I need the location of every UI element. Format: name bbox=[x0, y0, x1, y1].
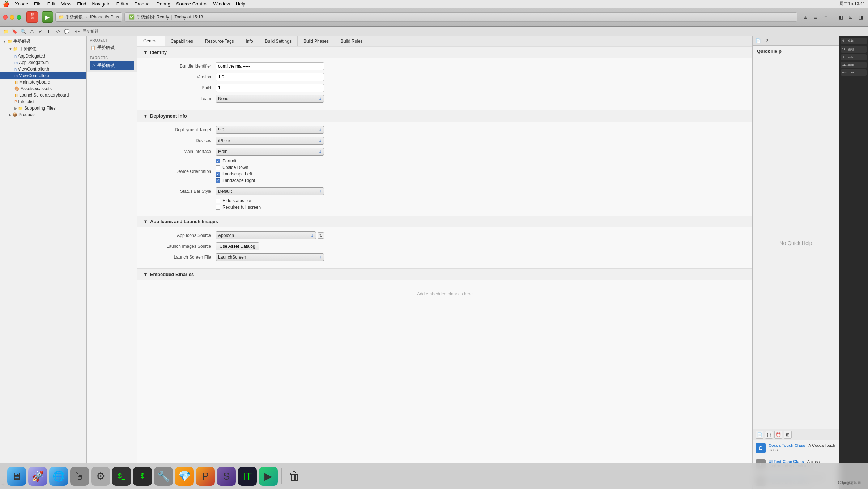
apple-menu[interactable]: 🍎 bbox=[3, 1, 9, 7]
upside-down-checkbox[interactable] bbox=[216, 165, 220, 170]
list-item[interactable]: ◧ Main.storyboard bbox=[0, 79, 86, 85]
scheme-selector[interactable]: 📁 手势解锁 › iPhone 6s Plus bbox=[55, 12, 122, 22]
launch-file-selector[interactable]: LaunchScreen ⬇ bbox=[216, 253, 324, 261]
menu-source-control[interactable]: Source Control bbox=[176, 1, 208, 7]
menu-file[interactable]: File bbox=[34, 1, 42, 7]
launch-source-field[interactable]: Use Asset Catalog bbox=[216, 242, 324, 250]
identity-section-header[interactable]: ▼ Identity bbox=[137, 46, 752, 58]
inspector-tab-settings[interactable]: ⊞ bbox=[784, 431, 792, 439]
interface-selector[interactable]: Main ⬇ bbox=[216, 148, 324, 156]
menu-editor[interactable]: Editor bbox=[116, 1, 129, 7]
team-dropdown[interactable]: None ⬇ bbox=[216, 95, 324, 103]
use-asset-catalog-button[interactable]: Use Asset Catalog bbox=[216, 242, 259, 250]
build-input[interactable] bbox=[216, 84, 324, 92]
menu-find[interactable]: Find bbox=[77, 1, 86, 7]
menu-edit[interactable]: Edit bbox=[47, 1, 55, 7]
icons-section-header[interactable]: ▼ App Icons and Launch Images bbox=[137, 216, 752, 227]
dock-sketch-icon[interactable]: 💎 bbox=[175, 467, 194, 486]
menu-help[interactable]: Help bbox=[236, 1, 246, 7]
close-button[interactable] bbox=[3, 15, 8, 20]
status-bar-selector[interactable]: Default ⬇ bbox=[216, 187, 324, 195]
dock-finder-icon[interactable]: 🖥 bbox=[7, 467, 26, 486]
editor-version-icon[interactable]: ≡ bbox=[821, 13, 830, 21]
nav-products-item[interactable]: ▶ 📦 Products bbox=[0, 111, 86, 118]
list-item[interactable]: h ViewController.h bbox=[0, 66, 86, 72]
nav-debug-icon[interactable]: ⏸ bbox=[46, 28, 53, 35]
tab-info[interactable]: Info bbox=[240, 36, 259, 46]
dock-safari-icon[interactable]: 🌐 bbox=[49, 467, 68, 486]
run-button[interactable]: ▶ bbox=[42, 11, 53, 23]
nav-breakpoint-icon[interactable]: ◇ bbox=[54, 28, 61, 35]
cocoa-class-name[interactable]: Cocoa Touch Class bbox=[769, 443, 805, 447]
bundle-id-field[interactable] bbox=[216, 62, 324, 70]
menu-xcode[interactable]: Xcode bbox=[15, 1, 28, 7]
dock-powerpoint-icon[interactable]: P bbox=[196, 467, 215, 486]
editor-assistant-icon[interactable]: ⊟ bbox=[811, 13, 820, 21]
inspector-toggle-icon[interactable]: ◨ bbox=[856, 13, 865, 21]
icons-source-field[interactable]: AppIcon ⬇ ↻ bbox=[216, 231, 324, 239]
dock-settings-icon[interactable]: ⚙ bbox=[91, 467, 110, 486]
content-scroll[interactable]: ▼ Identity Bundle Identifier Version bbox=[137, 46, 752, 489]
full-screen-checkbox[interactable] bbox=[216, 205, 220, 210]
build-field[interactable] bbox=[216, 84, 324, 92]
stop-button[interactable]: 暂停 bbox=[26, 11, 38, 23]
dock-cursor-icon[interactable]: 🖱 bbox=[70, 467, 89, 486]
deployment-target-dropdown[interactable]: 9.0 ⬇ bbox=[216, 126, 324, 134]
nav-log-icon[interactable]: 💬 bbox=[63, 28, 70, 35]
list-item[interactable]: m ViewController.m bbox=[0, 72, 86, 79]
nav-symbol-icon[interactable]: 🔖 bbox=[11, 28, 18, 35]
inspector-file-icon[interactable]: 📄 bbox=[754, 37, 762, 45]
tab-resource-tags[interactable]: Resource Tags bbox=[199, 36, 240, 46]
menu-product[interactable]: Product bbox=[135, 1, 151, 7]
launch-file-dropdown[interactable]: LaunchScreen ⬇ bbox=[216, 253, 324, 261]
interface-dropdown[interactable]: Main ⬇ bbox=[216, 148, 324, 156]
menu-window[interactable]: Window bbox=[213, 1, 230, 7]
menu-navigate[interactable]: Navigate bbox=[92, 1, 110, 7]
menu-debug[interactable]: Debug bbox=[157, 1, 170, 7]
portrait-checkbox[interactable]: ✓ bbox=[216, 159, 220, 163]
menu-view[interactable]: View bbox=[61, 1, 71, 7]
inspector-tab-history[interactable]: ⏰ bbox=[774, 431, 782, 439]
dock-player-icon[interactable]: ▶ bbox=[259, 467, 278, 486]
inspector-tab-file[interactable]: 📄 bbox=[756, 431, 763, 439]
icons-refresh-button[interactable]: ↻ bbox=[318, 232, 324, 239]
list-item[interactable]: ◧ LaunchScreen.storyboard bbox=[0, 92, 86, 98]
nav-issue-icon[interactable]: ⚠ bbox=[28, 28, 35, 35]
devices-dropdown[interactable]: iPhone ⬇ bbox=[216, 137, 324, 145]
bundle-id-input[interactable] bbox=[216, 62, 324, 70]
embedded-section-header[interactable]: ▼ Embedded Binaries bbox=[137, 268, 752, 280]
list-item[interactable]: P Info.plist bbox=[0, 98, 86, 105]
thumb-item-4[interactable]: xco....dmg bbox=[841, 69, 867, 76]
nav-group-item[interactable]: ▼ 📁 手势解锁 bbox=[0, 45, 86, 53]
tab-build-settings[interactable]: Build Settings bbox=[259, 36, 298, 46]
landscape-left-checkbox[interactable]: ✓ bbox=[216, 172, 220, 177]
tab-capabilities[interactable]: Capabilities bbox=[165, 36, 199, 46]
team-selector[interactable]: None ⬇ bbox=[216, 95, 324, 103]
tab-build-rules[interactable]: Build Rules bbox=[335, 36, 369, 46]
nav-test-icon[interactable]: ✓ bbox=[37, 28, 44, 35]
icons-source-selector[interactable]: AppIcon ⬇ bbox=[216, 231, 316, 239]
dock-terminal2-icon[interactable]: $ bbox=[133, 467, 152, 486]
target-item[interactable]: ⚠ 手势解锁 bbox=[90, 61, 134, 70]
deployment-section-header[interactable]: ▼ Deployment Info bbox=[137, 110, 752, 122]
tab-general[interactable]: General bbox=[137, 36, 165, 46]
tab-build-phases[interactable]: Build Phases bbox=[298, 36, 335, 46]
thumb-item-1[interactable]: 13…业组 bbox=[841, 46, 867, 53]
editor-standard-icon[interactable]: ⊞ bbox=[801, 13, 810, 21]
deployment-target-selector[interactable]: 9.0 ⬇ bbox=[216, 126, 324, 134]
devices-selector[interactable]: iPhone ⬇ bbox=[216, 137, 324, 145]
thumb-item-0[interactable]: 未…视频 bbox=[841, 38, 867, 44]
thumb-item-2[interactable]: .SI...aster bbox=[841, 54, 867, 60]
inspector-quick-help-icon[interactable]: ? bbox=[763, 37, 771, 45]
minimize-button[interactable] bbox=[10, 15, 14, 20]
dock-sublime-icon[interactable]: S bbox=[217, 467, 236, 486]
dock-trash-icon[interactable]: 🗑 bbox=[285, 467, 304, 486]
nav-folder-icon[interactable]: 📁 bbox=[2, 28, 9, 35]
list-item[interactable]: 🎨 Assets.xcassets bbox=[0, 85, 86, 92]
version-input[interactable] bbox=[216, 73, 324, 81]
project-item[interactable]: 📋 手势解锁 bbox=[88, 43, 136, 52]
list-item[interactable]: ▶ 📁 Supporting Files bbox=[0, 105, 86, 111]
list-item[interactable]: m AppDelegate.m bbox=[0, 59, 86, 66]
inspector-tab-code[interactable]: { } bbox=[765, 431, 773, 439]
landscape-right-checkbox[interactable]: ✓ bbox=[216, 178, 220, 183]
